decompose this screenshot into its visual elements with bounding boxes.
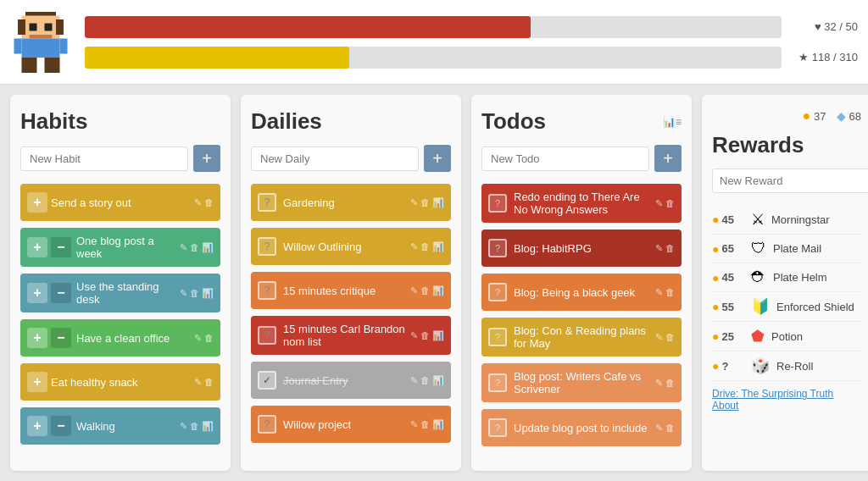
svg-rect-6 <box>30 35 53 39</box>
habit-plus-btn[interactable]: + <box>27 328 47 348</box>
new-daily-row: + <box>251 145 451 172</box>
habit-actions: ✎ 🗑 📊 <box>180 421 214 432</box>
rewards-column: ● 37 ◆ 68 Rewards + ● 45 ⚔ Morningstar ● <box>702 95 868 471</box>
todo-actions: ✎ 🗑 <box>655 378 675 389</box>
habit-minus-btn[interactable]: − <box>51 416 71 436</box>
todo-checkbox[interactable]: ? <box>488 328 507 346</box>
new-habit-input[interactable] <box>20 147 188 171</box>
todo-checkbox[interactable]: ? <box>488 194 507 213</box>
reward-item-plate-mail[interactable]: ● 65 🛡 Plate Mail <box>712 235 861 263</box>
todos-header: Todos 📊≡ <box>481 108 682 135</box>
reward-name: Potion <box>771 330 861 343</box>
reward-name: Re-Roll <box>776 360 861 373</box>
daily-actions: ✎ 🗑 📊 <box>410 197 444 208</box>
daily-text: 15 minutes critique <box>283 285 410 297</box>
habit-actions: ✎ 🗑 📊 <box>180 288 214 299</box>
dailies-column: Dailies + ? Gardening ✎ 🗑 📊 ? Willow Out… <box>241 95 461 471</box>
todo-item-habitrpg: ? Blog: HabitRPG ✎ 🗑 <box>481 229 682 267</box>
coin-icon: ● <box>802 108 810 124</box>
daily-checkbox[interactable]: ✓ <box>258 371 276 390</box>
habit-item-walking: + − Walking ✎ 🗑 📊 <box>20 407 220 445</box>
daily-text: Willow Outlining <box>283 240 410 253</box>
add-daily-button[interactable]: + <box>424 145 451 172</box>
habit-text: One blog post a week <box>76 235 180 260</box>
todo-item-update-blog: ? Update blog post to include ✎ 🗑 <box>481 409 682 446</box>
reward-name: Enforced Shield <box>776 301 861 313</box>
habit-actions: ✎ 🗑 <box>194 377 214 388</box>
habit-item-blog: + − One blog post a week ✎ 🗑 📊 <box>20 228 220 267</box>
todo-actions: ✎ 🗑 <box>655 332 675 343</box>
add-todo-button[interactable]: + <box>654 145 682 172</box>
daily-item-journal: ✓ Journal Entry ✎ 🗑 📊 <box>251 362 451 399</box>
reward-cost: ● 55 <box>712 300 744 313</box>
new-todo-input[interactable] <box>481 147 649 171</box>
habit-plus-btn[interactable]: + <box>27 416 47 436</box>
habit-plus-btn[interactable]: + <box>27 372 47 392</box>
reward-item-reroll[interactable]: ● ? 🎲 Re-Roll <box>712 351 861 381</box>
reward-name: Plate Mail <box>773 242 861 255</box>
xp-bar-fill <box>85 47 349 69</box>
bars-container: ♥ 32 / 50 ★ 118 / 310 <box>85 16 858 69</box>
habit-plus-btn[interactable]: + <box>27 192 47 213</box>
rewards-link[interactable]: Drive: The Surprising Truth About <box>712 388 861 412</box>
daily-item-willow-project: ? Willow project ✎ 🗑 📊 <box>251 406 451 443</box>
reward-cost: ● 25 <box>712 329 744 343</box>
todo-item-black-geek: ? Blog: Being a black geek ✎ 🗑 <box>481 274 682 311</box>
habit-plus-btn[interactable]: + <box>27 283 47 303</box>
habits-title: Habits <box>20 108 220 135</box>
gem-icon: ◆ <box>837 109 846 123</box>
svg-rect-4 <box>30 23 37 30</box>
todo-actions: ✎ 🗑 <box>655 198 675 209</box>
xp-bar-bg <box>85 47 782 69</box>
new-daily-input[interactable] <box>251 147 419 171</box>
cost-value: 45 <box>721 271 733 284</box>
habit-item-snack: + Eat healthy snack ✎ 🗑 <box>20 363 220 401</box>
daily-checkbox[interactable]: ? <box>258 326 276 345</box>
gold-count: ● 37 <box>802 108 826 124</box>
reward-cost: ● ? <box>712 359 744 373</box>
svg-rect-11 <box>45 58 60 73</box>
cost-value: 55 <box>721 301 733 313</box>
habit-item-office: + − Have a clean office ✎ 🗑 <box>20 319 220 357</box>
add-habit-button[interactable]: + <box>193 145 220 172</box>
habit-plus-btn[interactable]: + <box>27 237 47 257</box>
cost-value: 45 <box>721 213 733 226</box>
daily-item-critique: ? 15 minutes critique ✎ 🗑 📊 <box>251 272 451 309</box>
daily-text: Gardening <box>283 196 410 209</box>
habits-column: Habits + + Send a story out ✎ 🗑 + − One … <box>10 95 231 471</box>
habit-text: Send a story out <box>51 196 194 209</box>
habit-minus-btn[interactable]: − <box>51 237 71 257</box>
todos-column: Todos 📊≡ + ? Redo ending to There Are No… <box>471 95 692 471</box>
habit-minus-btn[interactable]: − <box>51 328 71 348</box>
todo-checkbox[interactable]: ? <box>488 373 507 392</box>
todo-checkbox[interactable]: ? <box>488 418 507 437</box>
cost-coin-icon: ● <box>712 359 719 373</box>
xp-bar-row: ★ 118 / 310 <box>85 47 858 69</box>
reward-item-morningstar[interactable]: ● 45 ⚔ Morningstar <box>712 205 861 235</box>
todo-checkbox[interactable]: ? <box>488 239 507 257</box>
todo-checkbox[interactable]: ? <box>488 283 507 301</box>
todos-sort-icon[interactable]: 📊≡ <box>663 116 682 128</box>
habit-item-desk: + − Use the standing desk ✎ 🗑 📊 <box>20 274 220 312</box>
reward-item-plate-helm[interactable]: ● 45 ⛑ Plate Helm <box>712 263 861 292</box>
dailies-title: Dailies <box>251 108 451 135</box>
daily-checkbox[interactable]: ? <box>258 237 276 256</box>
daily-item-gardening: ? Gardening ✎ 🗑 📊 <box>251 184 451 221</box>
cost-value: 25 <box>721 330 733 343</box>
habit-text: Walking <box>76 420 180 433</box>
daily-checkbox[interactable]: ? <box>258 193 276 212</box>
habit-minus-btn[interactable]: − <box>51 283 71 303</box>
reward-item-potion[interactable]: ● 25 ⬟ Potion <box>712 322 861 351</box>
new-todo-row: + <box>481 145 682 172</box>
daily-checkbox[interactable]: ? <box>258 281 276 300</box>
svg-rect-9 <box>60 38 68 53</box>
reward-item-enforced-shield[interactable]: ● 55 🔰 Enforced Shield <box>712 292 861 322</box>
daily-checkbox[interactable]: ? <box>258 415 276 434</box>
top-bar: ♥ 32 / 50 ★ 118 / 310 <box>0 0 868 85</box>
todo-text: Redo ending to There Are No Wrong Answer… <box>514 191 655 216</box>
gem-value: 68 <box>849 110 861 123</box>
reward-name: Morningstar <box>771 213 861 226</box>
daily-actions: ✎ 🗑 📊 <box>410 285 444 296</box>
habit-actions: ✎ 🗑 <box>194 197 214 208</box>
new-reward-input[interactable] <box>712 169 868 193</box>
